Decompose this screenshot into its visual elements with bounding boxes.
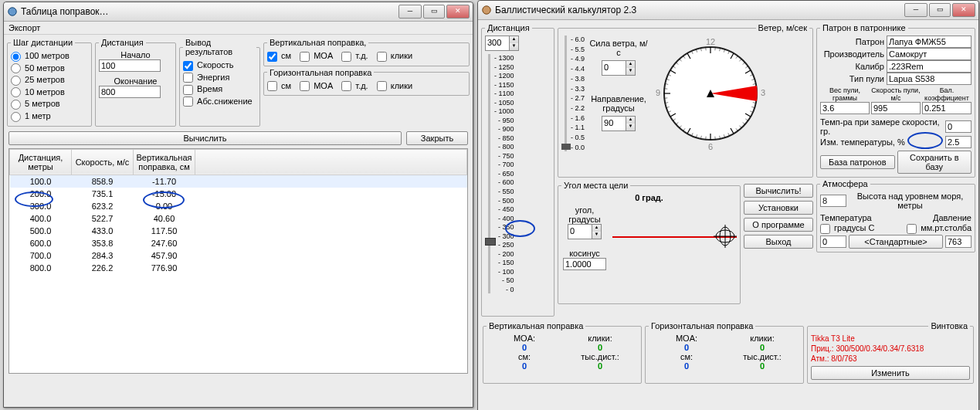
horz-unit-1[interactable]: MOA — [300, 81, 333, 92]
hcorr-moa-label: MOA: — [649, 334, 724, 343]
out-opt-0[interactable]: Скорость — [183, 60, 234, 71]
wind-strength-input[interactable] — [602, 61, 626, 73]
wind-legend: Ветер, м/сек — [756, 23, 809, 32]
wind-dir-spinner[interactable]: ▲▼ — [602, 116, 636, 131]
horz-unit-3[interactable]: клики — [377, 81, 413, 92]
table-row[interactable]: 800.0226.2776.90 — [10, 262, 467, 274]
tick: - 250 — [494, 241, 514, 249]
angle-spinner[interactable]: ▲▼ — [568, 224, 602, 239]
tick: - 0.5 — [571, 134, 585, 141]
atm-temp-input[interactable] — [820, 235, 846, 248]
step-opt-2[interactable]: 25 метров — [11, 75, 65, 86]
maximize-button[interactable]: ▭ — [929, 3, 951, 17]
cart-field-0[interactable] — [887, 36, 972, 48]
exit-button[interactable]: Выход — [744, 235, 813, 249]
horz-unit-2[interactable]: т.д. — [341, 81, 368, 92]
dist-legend: Дистанция — [99, 38, 146, 47]
vert-unit-0[interactable]: см — [267, 51, 291, 62]
vcorr-clicks-val: 0 — [598, 343, 602, 352]
wind-strength-spinner[interactable]: ▲▼ — [602, 60, 636, 76]
angle-legend: Угол места цели — [561, 181, 630, 190]
step-opt-5[interactable]: 1 метр — [11, 111, 51, 122]
tick: - 1250 — [494, 63, 514, 71]
minimize-button[interactable]: ─ — [398, 5, 422, 19]
rifle-line: Атм.: 8/0/763 — [811, 354, 970, 364]
step-opt-1[interactable]: 50 метров — [11, 63, 65, 74]
calc-main-button[interactable]: Вычислить! — [744, 184, 813, 198]
distance-input[interactable] — [486, 36, 509, 49]
tick: - 1.6 — [571, 114, 585, 122]
tick: - 500 — [494, 197, 514, 205]
cart-save-button[interactable]: Сохранить в базу — [897, 151, 972, 174]
hcorr-clicks-label: клики: — [724, 334, 800, 343]
step-opt-4[interactable]: 5 метров — [11, 99, 60, 110]
cart-val-1[interactable] — [871, 102, 921, 114]
angle-cos-label: косинус — [561, 249, 608, 258]
cart-dtemp-input[interactable] — [945, 136, 972, 148]
vert-correction-panel: Вертикальная поправка MOA:0 клики:0 см:0… — [483, 321, 642, 384]
wind-compass[interactable]: 12 3 6 9 — [653, 36, 768, 151]
tick: - 550 — [494, 188, 514, 195]
hcorr-moa-val: 0 — [684, 343, 689, 352]
out-opt-2[interactable]: Время — [183, 84, 222, 95]
cart-field-2[interactable] — [887, 60, 972, 73]
atm-temp-unit[interactable]: градусы C — [820, 223, 875, 234]
cart-val-0[interactable] — [820, 102, 870, 114]
vert-unit-1[interactable]: MOA — [300, 51, 333, 62]
rifle-line: Tikka T3 Lite — [811, 334, 970, 344]
step-group: Шаг дистанции 100 метров 50 метров 25 ме… — [7, 38, 92, 127]
hcorr-cm-val: 0 — [684, 361, 689, 371]
tick: - 1300 — [494, 54, 514, 62]
cart-field-1[interactable] — [887, 48, 972, 60]
tick: - 3.3 — [571, 85, 585, 93]
vert-unit-2[interactable]: т.д. — [341, 51, 368, 62]
maximize-button[interactable]: ▭ — [423, 5, 445, 19]
table-row[interactable]: 600.0353.8247.60 — [10, 237, 467, 249]
rifle-edit-button[interactable]: Изменить — [811, 366, 970, 380]
vert-unit-3[interactable]: клики — [377, 51, 413, 62]
table-header: Скорость, м/с — [72, 149, 134, 175]
menu-export[interactable]: Экспорт — [4, 22, 473, 35]
step-opt-3[interactable]: 10 метров — [11, 87, 65, 98]
cart-field-3[interactable] — [887, 73, 972, 85]
table-row[interactable]: 400.0522.740.60 — [10, 212, 467, 225]
atm-alt-input[interactable] — [820, 195, 846, 207]
dist-group: Дистанция Начало Окончание — [95, 38, 176, 127]
distance-slider-thumb[interactable] — [485, 238, 496, 246]
tick: - 350 — [494, 223, 514, 231]
out-opt-3[interactable]: Абс.снижение — [183, 97, 253, 107]
atm-press-unit[interactable]: мм.рт.столба — [907, 223, 972, 234]
cart-db-button[interactable]: База патронов — [820, 155, 895, 169]
wind-dir-input[interactable] — [602, 117, 626, 129]
step-opt-0[interactable]: 100 метров — [11, 51, 70, 62]
atm-press-input[interactable] — [945, 235, 972, 248]
table-row[interactable]: 500.0433.0117.50 — [10, 225, 467, 237]
calc-button[interactable]: Вычислить — [8, 131, 402, 145]
about-button[interactable]: О программе — [744, 218, 813, 232]
minimize-button[interactable]: ─ — [904, 3, 927, 17]
cart-val-2[interactable] — [922, 102, 972, 114]
table-row[interactable]: 200.0735.1-15.00 — [10, 188, 467, 200]
dist-end-input[interactable] — [99, 86, 161, 98]
distance-spinner[interactable]: ▲▼ — [485, 36, 519, 51]
settings-button[interactable]: Установки — [744, 201, 813, 215]
close-dialog-button[interactable]: Закрыть — [406, 131, 468, 145]
close-button[interactable]: ✕ — [952, 3, 975, 17]
wind-slider-thumb[interactable] — [561, 144, 571, 150]
angle-input[interactable] — [568, 225, 592, 237]
atm-std-button[interactable]: <Стандартные> — [849, 235, 943, 249]
dist-start-input[interactable] — [99, 59, 161, 72]
table-row[interactable]: 300.0623.20.00 — [10, 200, 467, 212]
cart-temp-input[interactable] — [945, 120, 972, 133]
corrections-table: Дистанция, метрыСкорость, м/сВертикальна… — [9, 149, 467, 274]
table-row[interactable]: 100.0858.9-11.70 — [10, 175, 467, 188]
tick: - 600 — [494, 178, 514, 186]
tick: - 1200 — [494, 72, 514, 80]
horz-unit-0[interactable]: см — [267, 81, 291, 92]
close-button[interactable]: ✕ — [446, 5, 470, 19]
table-row[interactable]: 700.0284.3457.90 — [10, 249, 467, 262]
out-opt-1[interactable]: Энергия — [183, 73, 229, 83]
tick: - 800 — [494, 143, 514, 151]
tick: - 400 — [494, 215, 514, 222]
angle-cos-input[interactable] — [563, 258, 606, 270]
